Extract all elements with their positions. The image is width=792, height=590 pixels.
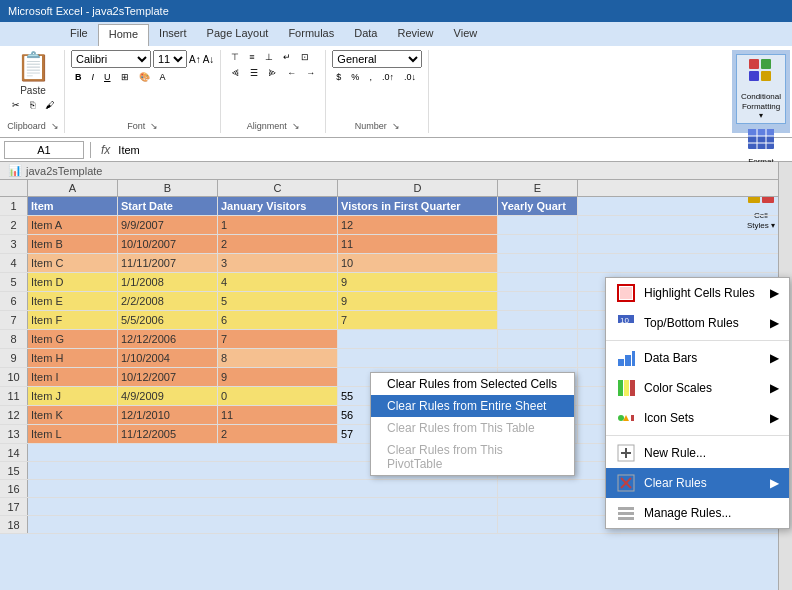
grid-cell[interactable]: 3 — [218, 254, 338, 272]
clear-rules-item[interactable]: Clear Rules ▶ — [606, 468, 789, 498]
grid-cell[interactable]: Item E — [28, 292, 118, 310]
font-color-button[interactable]: A — [156, 70, 170, 84]
grid-cell[interactable]: Item — [28, 197, 118, 215]
comma-button[interactable]: , — [365, 70, 376, 84]
format-painter-button[interactable]: 🖌 — [41, 98, 58, 112]
italic-button[interactable]: I — [88, 70, 99, 84]
grid-cell[interactable]: January Visitors — [218, 197, 338, 215]
decrease-decimal-button[interactable]: .0↓ — [400, 70, 420, 84]
grid-cell[interactable] — [498, 311, 578, 329]
clear-entire-sheet-item[interactable]: Clear Rules from Entire Sheet — [371, 395, 574, 417]
grid-cell[interactable] — [28, 480, 498, 498]
col-header-c[interactable]: C — [218, 180, 338, 196]
data-bars-item[interactable]: Data Bars ▶ — [606, 343, 789, 373]
grid-cell[interactable]: 5 — [218, 292, 338, 310]
grid-cell[interactable]: 6 — [218, 311, 338, 329]
grid-cell[interactable]: 7 — [338, 311, 498, 329]
border-button[interactable]: ⊞ — [117, 70, 133, 84]
grid-cell[interactable]: Item A — [28, 216, 118, 234]
grid-cell[interactable]: 11/12/2005 — [118, 425, 218, 443]
grid-cell[interactable]: Start Date — [118, 197, 218, 215]
grid-cell[interactable]: 2 — [218, 235, 338, 253]
grid-cell[interactable]: 0 — [218, 387, 338, 405]
icon-sets-item[interactable]: Icon Sets ▶ — [606, 403, 789, 433]
grid-cell[interactable]: Yearly Quart — [498, 197, 578, 215]
grid-cell[interactable]: 9 — [218, 368, 338, 386]
grid-cell[interactable]: 9 — [338, 273, 498, 291]
decrease-indent-button[interactable]: ← — [283, 66, 300, 80]
grid-cell[interactable]: 8 — [218, 349, 338, 367]
tab-file[interactable]: File — [60, 24, 98, 46]
grid-cell[interactable]: 12/1/2010 — [118, 406, 218, 424]
grid-cell[interactable] — [28, 498, 498, 516]
grid-cell[interactable] — [498, 254, 578, 272]
increase-decimal-button[interactable]: .0↑ — [378, 70, 398, 84]
wrap-text-button[interactable]: ↵ — [279, 50, 295, 64]
grid-cell[interactable] — [338, 349, 498, 367]
fill-color-button[interactable]: 🎨 — [135, 70, 154, 84]
align-top-button[interactable]: ⊤ — [227, 50, 243, 64]
tab-home[interactable]: Home — [98, 24, 149, 46]
clear-selected-cells-item[interactable]: Clear Rules from Selected Cells — [371, 373, 574, 395]
grid-cell[interactable]: Item C — [28, 254, 118, 272]
bold-button[interactable]: B — [71, 70, 86, 84]
grid-cell[interactable]: Item F — [28, 311, 118, 329]
font-size-select[interactable]: 11 — [153, 50, 187, 68]
grid-cell[interactable]: Item H — [28, 349, 118, 367]
grid-cell[interactable] — [498, 235, 578, 253]
grid-cell[interactable] — [498, 330, 578, 348]
decrease-font-button[interactable]: A↓ — [203, 54, 215, 65]
highlight-cells-rules-item[interactable]: Highlight Cells Rules ▶ — [606, 278, 789, 308]
grid-cell[interactable]: 1/10/2004 — [118, 349, 218, 367]
tab-view[interactable]: View — [444, 24, 488, 46]
grid-cell[interactable]: Item I — [28, 368, 118, 386]
grid-cell[interactable]: 9/9/2007 — [118, 216, 218, 234]
grid-cell[interactable]: Item B — [28, 235, 118, 253]
grid-cell[interactable]: 1 — [218, 216, 338, 234]
grid-cell[interactable]: 11 — [338, 235, 498, 253]
increase-font-button[interactable]: A↑ — [189, 54, 201, 65]
underline-button[interactable]: U — [100, 70, 115, 84]
grid-cell[interactable]: 4 — [218, 273, 338, 291]
grid-cell[interactable]: 1/1/2008 — [118, 273, 218, 291]
grid-cell[interactable]: 10/12/2007 — [118, 368, 218, 386]
new-rule-item[interactable]: New Rule... — [606, 438, 789, 468]
grid-cell[interactable]: 11/11/2007 — [118, 254, 218, 272]
col-header-b[interactable]: B — [118, 180, 218, 196]
grid-cell[interactable]: Item G — [28, 330, 118, 348]
grid-cell[interactable] — [338, 330, 498, 348]
grid-cell[interactable] — [28, 516, 498, 534]
formula-input[interactable] — [118, 144, 788, 156]
tab-review[interactable]: Review — [387, 24, 443, 46]
copy-button[interactable]: ⎘ — [26, 98, 39, 112]
name-box[interactable] — [4, 141, 84, 159]
increase-indent-button[interactable]: → — [302, 66, 319, 80]
grid-cell[interactable]: 12 — [338, 216, 498, 234]
grid-cell[interactable] — [498, 216, 578, 234]
grid-cell[interactable] — [498, 273, 578, 291]
grid-cell[interactable]: Item K — [28, 406, 118, 424]
grid-cell[interactable]: 10 — [338, 254, 498, 272]
col-header-e[interactable]: E — [498, 180, 578, 196]
align-middle-button[interactable]: ≡ — [245, 50, 258, 64]
number-format-select[interactable]: General — [332, 50, 422, 68]
tab-formulas[interactable]: Formulas — [278, 24, 344, 46]
grid-cell[interactable]: 11 — [218, 406, 338, 424]
grid-cell[interactable]: Vistors in First Quarter — [338, 197, 498, 215]
color-scales-item[interactable]: Color Scales ▶ — [606, 373, 789, 403]
tab-data[interactable]: Data — [344, 24, 387, 46]
col-header-a[interactable]: A — [28, 180, 118, 196]
grid-cell[interactable]: 5/5/2006 — [118, 311, 218, 329]
font-family-select[interactable]: Calibri — [71, 50, 151, 68]
percent-button[interactable]: % — [347, 70, 363, 84]
manage-rules-item[interactable]: Manage Rules... — [606, 498, 789, 528]
grid-cell[interactable] — [498, 349, 578, 367]
align-left-button[interactable]: ⫷ — [227, 66, 244, 80]
col-header-d[interactable]: D — [338, 180, 498, 196]
conditional-formatting-button[interactable]: ConditionalFormatting ▾ — [736, 54, 786, 124]
grid-cell[interactable]: 12/12/2006 — [118, 330, 218, 348]
grid-cell[interactable]: 7 — [218, 330, 338, 348]
grid-cell[interactable]: Item L — [28, 425, 118, 443]
grid-cell[interactable]: Item D — [28, 273, 118, 291]
merge-cells-button[interactable]: ⊡ — [297, 50, 313, 64]
